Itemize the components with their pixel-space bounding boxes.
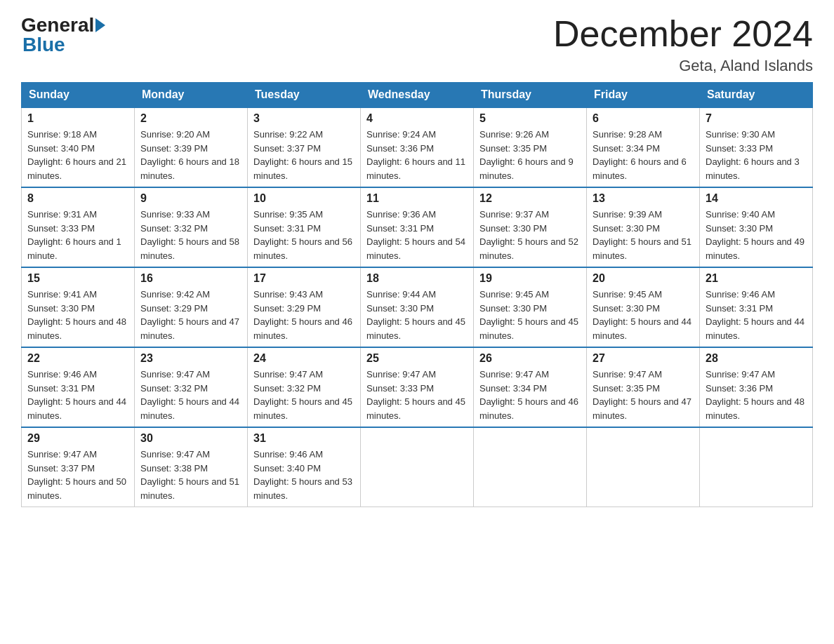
calendar-cell: 19 Sunrise: 9:45 AMSunset: 3:30 PMDaylig… [474,267,587,347]
calendar-cell [700,427,813,507]
day-info: Sunrise: 9:44 AMSunset: 3:30 PMDaylight:… [366,288,468,342]
day-info: Sunrise: 9:47 AMSunset: 3:34 PMDaylight:… [479,368,581,422]
calendar-cell: 9 Sunrise: 9:33 AMSunset: 3:32 PMDayligh… [135,187,248,267]
day-info: Sunrise: 9:35 AMSunset: 3:31 PMDaylight:… [253,208,355,262]
calendar-cell: 6 Sunrise: 9:28 AMSunset: 3:34 PMDayligh… [587,107,700,187]
day-number: 26 [479,352,581,365]
day-info: Sunrise: 9:43 AMSunset: 3:29 PMDaylight:… [253,288,355,342]
logo-blue: Blue [22,34,65,55]
day-info: Sunrise: 9:47 AMSunset: 3:38 PMDaylight:… [140,448,241,502]
calendar-cell: 24 Sunrise: 9:47 AMSunset: 3:32 PMDaylig… [248,347,361,427]
day-info: Sunrise: 9:37 AMSunset: 3:30 PMDaylight:… [479,208,581,262]
day-info: Sunrise: 9:28 AMSunset: 3:34 PMDaylight:… [593,128,694,182]
day-number: 22 [27,352,128,365]
calendar-cell [587,427,700,507]
day-info: Sunrise: 9:31 AMSunset: 3:33 PMDaylight:… [27,208,128,262]
day-number: 27 [593,352,694,365]
day-number: 23 [140,352,241,365]
day-info: Sunrise: 9:47 AMSunset: 3:37 PMDaylight:… [27,448,128,502]
day-info: Sunrise: 9:22 AMSunset: 3:37 PMDaylight:… [253,128,355,182]
calendar-cell: 25 Sunrise: 9:47 AMSunset: 3:33 PMDaylig… [361,347,474,427]
calendar-cell: 4 Sunrise: 9:24 AMSunset: 3:36 PMDayligh… [361,107,474,187]
day-number: 9 [140,192,241,205]
day-number: 19 [479,272,581,285]
day-info: Sunrise: 9:47 AMSunset: 3:36 PMDaylight:… [706,368,807,422]
header-monday: Monday [135,83,248,108]
month-title: December 2024 [553,14,813,54]
day-number: 16 [140,272,241,285]
day-number: 11 [366,192,468,205]
calendar-header-row: Sunday Monday Tuesday Wednesday Thursday… [22,83,813,108]
day-info: Sunrise: 9:30 AMSunset: 3:33 PMDaylight:… [706,128,807,182]
day-info: Sunrise: 9:18 AMSunset: 3:40 PMDaylight:… [27,128,128,182]
title-block: December 2024 Geta, Aland Islands [553,14,813,75]
calendar-cell: 8 Sunrise: 9:31 AMSunset: 3:33 PMDayligh… [22,187,135,267]
calendar-cell: 13 Sunrise: 9:39 AMSunset: 3:30 PMDaylig… [587,187,700,267]
day-number: 4 [366,112,468,125]
logo: General Blue [21,14,107,56]
calendar-cell: 27 Sunrise: 9:47 AMSunset: 3:35 PMDaylig… [587,347,700,427]
day-number: 24 [253,352,355,365]
calendar-cell: 12 Sunrise: 9:37 AMSunset: 3:30 PMDaylig… [474,187,587,267]
calendar-cell: 22 Sunrise: 9:46 AMSunset: 3:31 PMDaylig… [22,347,135,427]
calendar-cell: 14 Sunrise: 9:40 AMSunset: 3:30 PMDaylig… [700,187,813,267]
day-number: 7 [706,112,807,125]
header-thursday: Thursday [474,83,587,108]
day-number: 28 [706,352,807,365]
calendar-cell: 20 Sunrise: 9:45 AMSunset: 3:30 PMDaylig… [587,267,700,347]
day-number: 30 [140,432,241,445]
week-row-5: 29 Sunrise: 9:47 AMSunset: 3:37 PMDaylig… [22,427,813,507]
day-info: Sunrise: 9:42 AMSunset: 3:29 PMDaylight:… [140,288,241,342]
week-row-2: 8 Sunrise: 9:31 AMSunset: 3:33 PMDayligh… [22,187,813,267]
day-number: 6 [593,112,694,125]
header-friday: Friday [587,83,700,108]
calendar-cell: 29 Sunrise: 9:47 AMSunset: 3:37 PMDaylig… [22,427,135,507]
calendar-cell: 28 Sunrise: 9:47 AMSunset: 3:36 PMDaylig… [700,347,813,427]
day-info: Sunrise: 9:45 AMSunset: 3:30 PMDaylight:… [593,288,694,342]
day-info: Sunrise: 9:40 AMSunset: 3:30 PMDaylight:… [706,208,807,262]
day-info: Sunrise: 9:46 AMSunset: 3:31 PMDaylight:… [27,368,128,422]
day-number: 17 [253,272,355,285]
day-info: Sunrise: 9:20 AMSunset: 3:39 PMDaylight:… [140,128,241,182]
day-info: Sunrise: 9:45 AMSunset: 3:30 PMDaylight:… [479,288,581,342]
calendar-cell: 15 Sunrise: 9:41 AMSunset: 3:30 PMDaylig… [22,267,135,347]
header-sunday: Sunday [22,83,135,108]
calendar-cell: 7 Sunrise: 9:30 AMSunset: 3:33 PMDayligh… [700,107,813,187]
calendar-cell: 10 Sunrise: 9:35 AMSunset: 3:31 PMDaylig… [248,187,361,267]
day-number: 13 [593,192,694,205]
day-info: Sunrise: 9:47 AMSunset: 3:35 PMDaylight:… [593,368,694,422]
week-row-3: 15 Sunrise: 9:41 AMSunset: 3:30 PMDaylig… [22,267,813,347]
calendar-cell: 2 Sunrise: 9:20 AMSunset: 3:39 PMDayligh… [135,107,248,187]
calendar-table: Sunday Monday Tuesday Wednesday Thursday… [21,82,813,507]
day-number: 10 [253,192,355,205]
day-number: 1 [27,112,128,125]
day-number: 15 [27,272,128,285]
calendar-cell: 5 Sunrise: 9:26 AMSunset: 3:35 PMDayligh… [474,107,587,187]
day-number: 20 [593,272,694,285]
day-info: Sunrise: 9:24 AMSunset: 3:36 PMDaylight:… [366,128,468,182]
calendar-cell: 17 Sunrise: 9:43 AMSunset: 3:29 PMDaylig… [248,267,361,347]
day-info: Sunrise: 9:39 AMSunset: 3:30 PMDaylight:… [593,208,694,262]
logo-arrow-icon [95,18,105,32]
calendar-cell: 11 Sunrise: 9:36 AMSunset: 3:31 PMDaylig… [361,187,474,267]
day-number: 25 [366,352,468,365]
day-number: 12 [479,192,581,205]
calendar-cell [474,427,587,507]
calendar-cell: 21 Sunrise: 9:46 AMSunset: 3:31 PMDaylig… [700,267,813,347]
day-number: 29 [27,432,128,445]
week-row-4: 22 Sunrise: 9:46 AMSunset: 3:31 PMDaylig… [22,347,813,427]
calendar-cell: 30 Sunrise: 9:47 AMSunset: 3:38 PMDaylig… [135,427,248,507]
day-info: Sunrise: 9:36 AMSunset: 3:31 PMDaylight:… [366,208,468,262]
calendar-cell: 16 Sunrise: 9:42 AMSunset: 3:29 PMDaylig… [135,267,248,347]
day-number: 8 [27,192,128,205]
day-number: 3 [253,112,355,125]
day-info: Sunrise: 9:33 AMSunset: 3:32 PMDaylight:… [140,208,241,262]
page-header: General Blue December 2024 Geta, Aland I… [21,14,813,75]
day-info: Sunrise: 9:41 AMSunset: 3:30 PMDaylight:… [27,288,128,342]
calendar-cell: 1 Sunrise: 9:18 AMSunset: 3:40 PMDayligh… [22,107,135,187]
day-info: Sunrise: 9:47 AMSunset: 3:32 PMDaylight:… [140,368,241,422]
header-wednesday: Wednesday [361,83,474,108]
calendar-cell: 3 Sunrise: 9:22 AMSunset: 3:37 PMDayligh… [248,107,361,187]
day-number: 2 [140,112,241,125]
day-info: Sunrise: 9:46 AMSunset: 3:31 PMDaylight:… [706,288,807,342]
